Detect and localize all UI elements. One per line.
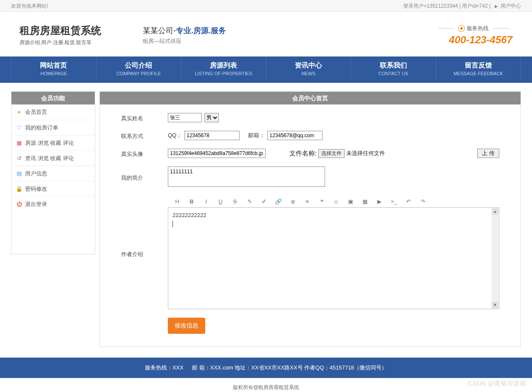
sidebar-item-userinfo[interactable]: ▤用户信息: [11, 166, 95, 181]
image-icon[interactable]: ▣: [347, 198, 354, 205]
user-center-link[interactable]: 用户中心: [501, 3, 521, 9]
history-icon: ↺: [16, 155, 23, 162]
sidebar-item-label: 用户信息: [25, 166, 47, 181]
qq-label: QQ：: [168, 132, 182, 139]
nav-listing[interactable]: 房源列表LISTING OF PROPERTIES: [181, 56, 266, 81]
sidebar-blank: [11, 212, 95, 254]
site-subtitle: 房源介绍.用户.注册.租赁.留言等: [20, 39, 143, 46]
slogan-block: 某某公司-专业.房源.服务 租房—站式供应: [143, 25, 410, 45]
slogan-sub: 租房—站式供应: [143, 37, 410, 45]
submit-button[interactable]: 修改信息: [168, 318, 205, 334]
bold-icon[interactable]: B: [188, 198, 195, 205]
label-author: 作者介绍: [121, 195, 168, 258]
nav-contact[interactable]: 联系我们CONTACT US: [351, 56, 436, 81]
header: 租房房屋租赁系统 房源介绍.用户.注册.租赁.留言等 某某公司-专业.房源.服务…: [11, 12, 521, 56]
gender-select[interactable]: 男: [204, 113, 219, 122]
top-bar: 欢迎光临本网站! 登录用户=13511223344 | 用户id=742 | ▶…: [0, 0, 532, 12]
arrow-icon: ▶: [495, 4, 498, 8]
sidebar-item-label: 资讯 浏览 收藏 评论: [25, 151, 74, 166]
label-avatar: 真实头像: [121, 149, 168, 158]
sidebar-item-label: 密码修改: [25, 181, 47, 197]
no-file-text: 未选择任何文件: [346, 149, 385, 157]
realname-input[interactable]: [168, 113, 202, 122]
italic-icon[interactable]: I: [203, 198, 209, 205]
sidebar-item-label: 我的租房订单: [25, 120, 58, 135]
sidebar-title: 会员功能: [11, 92, 95, 104]
file-label: 文件名称:: [289, 149, 317, 158]
align-icon[interactable]: ≡: [304, 198, 311, 205]
underline-icon[interactable]: U: [217, 198, 224, 205]
table-icon[interactable]: ▦: [362, 198, 368, 205]
heading-icon[interactable]: H: [174, 198, 181, 205]
link-icon[interactable]: 🔗: [275, 198, 282, 205]
editor-textarea[interactable]: 22222222222 ▲ ▼: [168, 207, 499, 309]
email-input[interactable]: [267, 131, 323, 140]
sidebar-item-news[interactable]: ↺资讯 浏览 收藏 评论: [11, 150, 95, 166]
editor-toolbar: H B I U S ✎ ✐ 🔗 ≣ ≡ ❝ ☺ ▣ ▦ ▶: [168, 195, 499, 207]
strike-icon[interactable]: S: [232, 198, 238, 205]
sidebar: 会员功能 ●会员首页 ♡我的租房订单 ▦房源 浏览 收藏 评论 ↺资讯 浏览 收…: [11, 91, 95, 254]
sidebar-item-label: 退出登录: [25, 197, 47, 212]
grid-icon: ▦: [16, 140, 23, 147]
nav-news[interactable]: 资讯中心NEWS: [266, 56, 351, 81]
code-icon[interactable]: >_: [391, 198, 397, 205]
sidebar-item-label: 房源 浏览 收藏 评论: [25, 135, 74, 151]
hotline-label: 服务热线: [467, 25, 489, 32]
user-info-text: 登录用户=13511223344 | 用户id=742 |: [403, 3, 490, 9]
lock-icon: 🔒: [16, 186, 23, 192]
footer-dark: 服务热线：XXX 邮 箱：XXX.com 地址：XX省XX市XX路XX号 作者Q…: [0, 358, 532, 378]
emoji-icon[interactable]: ☺: [333, 198, 340, 205]
label-brief: 我的简介: [121, 166, 168, 182]
hotline-block: 服务热线 400-123-4567: [410, 25, 521, 46]
email-label: 邮箱：: [248, 132, 265, 139]
brief-textarea[interactable]: [168, 166, 325, 187]
logo-block: 租房房屋租赁系统 房源介绍.用户.注册.租赁.留言等: [11, 24, 143, 46]
choose-file-button[interactable]: 选择文件: [318, 149, 345, 158]
scroll-up-icon[interactable]: ▲: [492, 208, 498, 215]
nav-home[interactable]: 网站首页HOMEPAGE: [11, 56, 96, 81]
qq-input[interactable]: [184, 131, 240, 140]
label-contact: 联系方式: [121, 131, 168, 140]
video-icon[interactable]: ▶: [376, 198, 383, 205]
footer-info: 服务热线：XXX 邮 箱：XXX.com 地址：XX省XX市XX路XX号 作者Q…: [145, 364, 388, 371]
shield-icon: ♡: [16, 124, 23, 131]
slogan-blue: 专业.房源.服务: [176, 26, 226, 35]
sidebar-item-orders[interactable]: ♡我的租房订单: [11, 120, 95, 135]
eraser-icon[interactable]: ✎: [246, 198, 253, 205]
home-icon: ●: [16, 109, 23, 116]
phone-icon: [458, 25, 465, 32]
sidebar-item-home[interactable]: ●会员首页: [11, 104, 95, 120]
clipboard-icon: ▤: [16, 170, 23, 177]
slogan-prefix: 某某公司-: [143, 26, 176, 35]
site-title: 租房房屋租赁系统: [20, 24, 143, 37]
sidebar-item-logout[interactable]: ⏻退出登录: [11, 196, 95, 212]
upload-button[interactable]: 上 传: [477, 149, 499, 158]
quote-icon[interactable]: ❝: [318, 198, 325, 205]
content-panel: 会员中心首页 真实姓名 男 联系方式 QQ： 邮箱：: [99, 91, 521, 347]
text-cursor: [173, 221, 173, 227]
sidebar-item-password[interactable]: 🔒密码修改: [11, 181, 95, 196]
footer-copyright: 版权所有@租房房屋租赁系统: [0, 378, 532, 392]
nav-company[interactable]: 公司介绍COMPANY PROFILE: [96, 56, 181, 81]
brush-icon[interactable]: ✐: [260, 198, 267, 205]
content-title: 会员中心首页: [100, 92, 521, 104]
redo-icon[interactable]: ↷: [419, 198, 426, 205]
sidebar-item-housing[interactable]: ▦房源 浏览 收藏 评论: [11, 135, 95, 150]
scroll-down-icon[interactable]: ▼: [492, 302, 498, 308]
welcome-text: 欢迎光临本网站!: [11, 0, 48, 12]
list-icon[interactable]: ≣: [289, 198, 296, 205]
nav-feedback[interactable]: 留言反馈MESSAGE FEEDBACK: [436, 56, 521, 81]
editor-content: 22222222222: [173, 212, 207, 218]
hotline-phone: 400-123-4567: [410, 34, 512, 46]
scrollbar[interactable]: ▲ ▼: [492, 208, 498, 308]
power-icon: ⏻: [16, 201, 23, 208]
undo-icon[interactable]: ↶: [405, 198, 412, 205]
avatar-path-input[interactable]: [168, 149, 266, 158]
main-nav: 网站首页HOMEPAGE 公司介绍COMPANY PROFILE 房源列表LIS…: [0, 56, 532, 83]
label-realname: 真实姓名: [121, 113, 168, 122]
sidebar-item-label: 会员首页: [25, 104, 47, 120]
